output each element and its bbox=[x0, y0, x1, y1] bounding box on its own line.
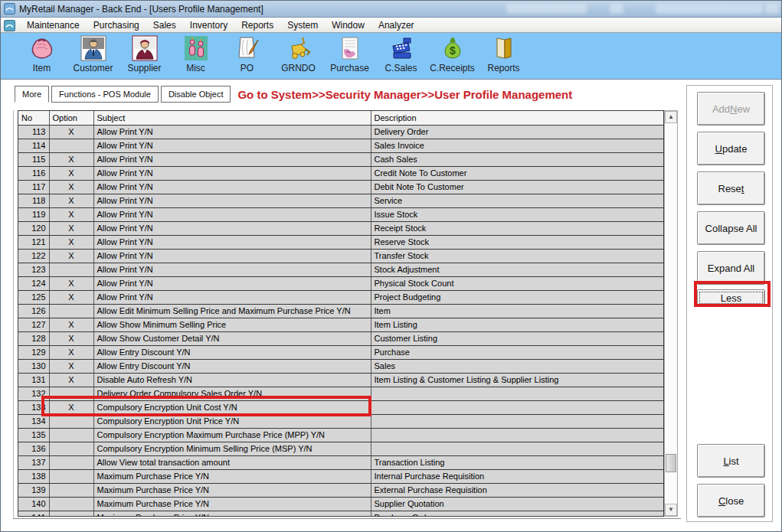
grid-header-row: NoOptionSubjectDescription bbox=[18, 111, 664, 125]
table-row[interactable]: 122XAllow Print Y/NTransfer Stock bbox=[18, 249, 664, 263]
cell-description: Physical Stock Count bbox=[371, 276, 664, 290]
add-new-button[interactable]: Add New bbox=[697, 92, 765, 126]
menu-item-maintenance[interactable]: Maintenance bbox=[20, 18, 87, 32]
cell-option bbox=[49, 497, 93, 511]
cell-option: X bbox=[49, 207, 93, 221]
cell-description: Purchase bbox=[371, 345, 664, 359]
update-button[interactable]: Update bbox=[697, 132, 765, 165]
menu-item-reports[interactable]: Reports bbox=[234, 18, 280, 32]
toolbar-button-reports[interactable]: Reports bbox=[478, 33, 529, 77]
child-window-icon[interactable] bbox=[4, 20, 15, 31]
cell-description bbox=[371, 414, 664, 428]
reset-button[interactable]: Reset bbox=[697, 171, 765, 205]
toolbar-button-customer[interactable]: Customer bbox=[67, 33, 119, 77]
misc-icon bbox=[183, 35, 209, 61]
table-row[interactable]: 120XAllow Print Y/NReceipt Stock bbox=[18, 221, 664, 235]
column-header-option[interactable]: Option bbox=[49, 111, 93, 125]
toolbar-button-label: C.Receipts bbox=[430, 63, 475, 73]
cell-subject: Allow Entry Discount Y/N bbox=[93, 345, 371, 359]
column-header-subject[interactable]: Subject bbox=[93, 111, 371, 125]
cell-description: Item Listing & Customer Listing & Suppli… bbox=[371, 373, 664, 387]
table-row[interactable]: 134Compulsory Encryption Unit Price Y/N bbox=[18, 414, 664, 428]
cell-description: Delivery Order bbox=[371, 125, 664, 139]
cell-description: Item bbox=[371, 304, 664, 318]
toolbar-button-purchase[interactable]: Purchase bbox=[324, 33, 375, 77]
toolbar-button-c-receipts[interactable]: $C.Receipts bbox=[427, 33, 478, 77]
grid-vertical-scrollbar[interactable]: ▲ ▼ bbox=[664, 110, 678, 517]
toolbar-button-item[interactable]: Item bbox=[16, 33, 67, 77]
table-row[interactable]: 139Maximum Purchase Price Y/NExternal Pu… bbox=[18, 483, 664, 497]
toolbar-button-po[interactable]: PO bbox=[221, 33, 273, 77]
cell-option: X bbox=[49, 359, 93, 373]
cell-subject: Disable Auto Refresh Y/N bbox=[93, 373, 371, 387]
table-row[interactable]: 117XAllow Print Y/NDebit Note To Custome… bbox=[18, 180, 664, 194]
menu-item-system[interactable]: System bbox=[280, 18, 325, 32]
less-button[interactable]: Less bbox=[697, 289, 765, 306]
table-row[interactable]: 125XAllow Print Y/NProject Budgeting bbox=[18, 290, 664, 304]
menu-item-sales[interactable]: Sales bbox=[146, 18, 183, 32]
table-row[interactable]: 121XAllow Print Y/NReserve Stock bbox=[18, 235, 664, 249]
toolbar-button-supplier[interactable]: Supplier bbox=[119, 33, 170, 77]
table-row[interactable]: 114Allow Print Y/NSales Invoice bbox=[18, 139, 664, 152]
scroll-down-arrow-icon[interactable]: ▼ bbox=[665, 504, 677, 516]
cell-option bbox=[49, 428, 93, 442]
column-header-no[interactable]: No bbox=[18, 111, 49, 125]
table-row[interactable]: 135Compulsory Encryption Maximum Purchas… bbox=[18, 428, 664, 442]
table-row[interactable]: 130XAllow Entry Discount Y/NSales bbox=[18, 359, 664, 373]
scroll-up-arrow-icon[interactable]: ▲ bbox=[665, 111, 677, 123]
cell-no: 138 bbox=[18, 469, 49, 483]
table-row[interactable]: 124XAllow Print Y/NPhysical Stock Count bbox=[18, 276, 664, 290]
cell-description: Reserve Stock bbox=[371, 235, 664, 249]
cell-option bbox=[49, 263, 93, 276]
table-row[interactable]: 118XAllow Print Y/NService bbox=[18, 194, 664, 207]
title-bar[interactable]: MyRetail Manager - Back End - [Users Pro… bbox=[1, 1, 781, 18]
cell-description: Service bbox=[371, 194, 664, 207]
cell-subject: Allow View total transaction amount bbox=[93, 455, 371, 469]
table-row[interactable]: 119XAllow Print Y/NIssue Stock bbox=[18, 207, 664, 221]
cell-subject: Maximum Purchase Price Y/N bbox=[93, 469, 371, 483]
cell-no: 117 bbox=[18, 180, 49, 194]
table-row[interactable]: 116XAllow Print Y/NCredit Note To Custom… bbox=[18, 166, 664, 180]
tab-functions-pos-module[interactable]: Functions - POS Module bbox=[51, 86, 159, 103]
collapse-all-button[interactable]: Collapse All bbox=[697, 211, 765, 245]
tab-disable-object[interactable]: Disable Object bbox=[161, 86, 231, 103]
menu-item-analyzer[interactable]: Analyzer bbox=[371, 18, 421, 32]
table-row[interactable]: 138Maximum Purchase Price Y/NInternal Pu… bbox=[18, 469, 664, 483]
table-row[interactable]: 131XDisable Auto Refresh Y/NItem Listing… bbox=[18, 373, 664, 387]
table-row[interactable]: 128XAllow Show Customer Detail Y/NCustom… bbox=[18, 331, 664, 345]
toolbar-button-label: PO bbox=[240, 63, 254, 73]
cell-subject: Allow Print Y/N bbox=[93, 125, 371, 139]
cell-no: 124 bbox=[18, 276, 49, 290]
table-row[interactable]: 115XAllow Print Y/NCash Sales bbox=[18, 152, 664, 166]
menu-item-inventory[interactable]: Inventory bbox=[183, 18, 234, 32]
scrollbar-thumb[interactable] bbox=[666, 454, 676, 472]
cell-subject: Allow Print Y/N bbox=[93, 221, 371, 235]
close-button[interactable]: Close bbox=[697, 484, 765, 517]
table-row[interactable]: 113XAllow Print Y/NDelivery Order bbox=[18, 125, 664, 139]
table-row[interactable]: 129XAllow Entry Discount Y/NPurchase bbox=[18, 345, 664, 359]
table-row[interactable]: 137Allow View total transaction amountTr… bbox=[18, 455, 664, 469]
toolbar-button-misc[interactable]: Misc bbox=[170, 33, 221, 77]
tab-more[interactable]: More bbox=[15, 86, 49, 103]
table-row[interactable]: 127XAllow Show Minimum Selling PriceItem… bbox=[18, 318, 664, 331]
table-row[interactable]: 136Compulsory Encryption Minimum Selling… bbox=[18, 442, 664, 455]
toolbar-button-label: GRNDO bbox=[281, 63, 316, 73]
menu-item-purchasing[interactable]: Purchasing bbox=[87, 18, 146, 32]
menu-item-window[interactable]: Window bbox=[325, 18, 371, 32]
app-icon[interactable] bbox=[4, 3, 15, 15]
table-row[interactable]: 141Maximum Purchase Price Y/NPurchase Or… bbox=[18, 511, 664, 517]
toolbar-button-grndo[interactable]: GRNDO bbox=[273, 33, 324, 77]
table-row[interactable]: 132Delivery Order Compulsory Sales Order… bbox=[18, 387, 664, 400]
cell-subject: Allow Print Y/N bbox=[93, 207, 371, 221]
cell-subject: Compulsory Encryption Maximum Purchase P… bbox=[93, 428, 371, 442]
toolbar-button-c-sales[interactable]: C.Sales bbox=[375, 33, 427, 77]
table-row[interactable]: 140Maximum Purchase Price Y/NSupplier Qu… bbox=[18, 497, 664, 511]
list-button[interactable]: List bbox=[697, 444, 765, 478]
cell-no: 122 bbox=[18, 249, 49, 263]
table-row[interactable]: 133XCompulsory Encryption Unit Cost Y/N bbox=[18, 400, 664, 414]
expand-all-button[interactable]: Expand All bbox=[697, 251, 765, 285]
table-row[interactable]: 123Allow Print Y/NStock Adjustment bbox=[18, 263, 664, 276]
cell-no: 118 bbox=[18, 194, 49, 207]
table-row[interactable]: 126Allow Edit Minimum Selling Price and … bbox=[18, 304, 664, 318]
column-header-description[interactable]: Description bbox=[371, 111, 664, 125]
